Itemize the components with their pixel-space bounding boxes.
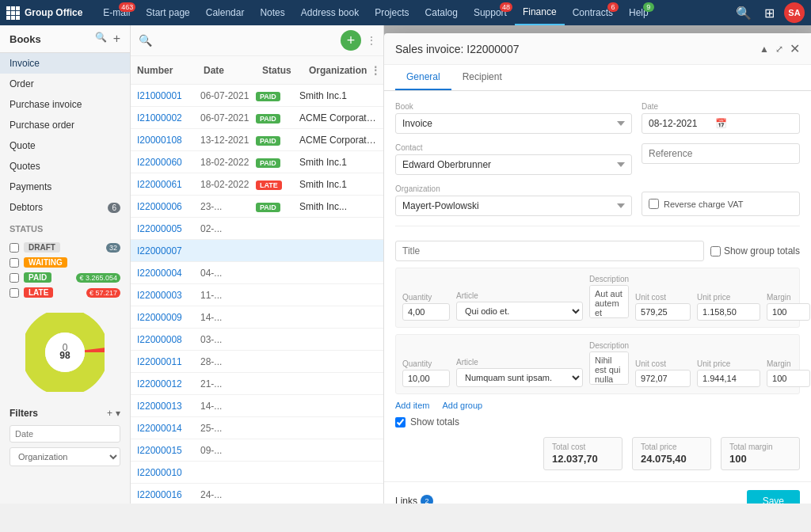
li1-ucost-input[interactable] xyxy=(635,303,691,321)
li2-qty-input[interactable] xyxy=(402,370,450,387)
status-paid-checkbox[interactable] xyxy=(10,273,19,283)
sidebar-item-quote[interactable]: Quote xyxy=(0,135,130,156)
filter-add-icon[interactable]: + xyxy=(107,408,112,419)
grid-icon[interactable]: ⊞ xyxy=(761,2,778,24)
modal-overlay[interactable]: Sales invoice: I22000007 ▲ ⤢ ✕ General R… xyxy=(384,25,811,504)
sidebar-item-invoice[interactable]: Invoice xyxy=(0,53,130,74)
invoice-row[interactable]: I22000061 18-02-2022 LATE Smith Inc.1 xyxy=(131,173,383,196)
filter-menu-icon[interactable]: ▾ xyxy=(116,408,120,419)
nav-contracts[interactable]: Contracts 6 xyxy=(565,0,621,25)
app-logo[interactable]: Group Office xyxy=(6,6,82,20)
modal-minimize-icon[interactable]: ▲ xyxy=(760,44,769,55)
status-paid[interactable]: PAID € 3.265.054 xyxy=(10,270,120,285)
total-cost-value: 12.037,70 xyxy=(552,453,614,465)
nav-catalog[interactable]: Catalog xyxy=(417,0,466,25)
li2-article-select[interactable]: Numquam sunt ipsam. xyxy=(456,368,583,387)
books-search-icon[interactable]: 🔍 xyxy=(95,32,107,46)
line-item-1-row: Quantity Article Qui odio et. Descripti xyxy=(402,275,793,321)
nav-projects[interactable]: Projects xyxy=(367,0,417,25)
tab-recipient[interactable]: Recipient xyxy=(451,65,513,90)
invoice-row[interactable]: I22000006 23-... PAID Smith Inc... xyxy=(131,196,383,218)
books-add-icon[interactable]: + xyxy=(113,32,120,46)
invoice-row[interactable]: I22000016 24-... xyxy=(131,484,383,504)
status-late-checkbox[interactable] xyxy=(10,288,19,298)
sidebar-item-purchase-order[interactable]: Purchase order xyxy=(0,115,130,135)
modal-close-icon[interactable]: ✕ xyxy=(790,41,800,56)
modal-expand-icon[interactable]: ⤢ xyxy=(775,44,783,55)
invoice-row[interactable]: I22000008 03-... xyxy=(131,329,383,351)
status-waiting[interactable]: WAITING xyxy=(10,255,120,270)
invoice-row[interactable]: I22000005 02-... xyxy=(131,218,383,240)
date-filter-input[interactable] xyxy=(10,425,120,443)
sidebar-item-order[interactable]: Order xyxy=(0,74,130,94)
invoice-row[interactable]: I22000015 09-... xyxy=(131,439,383,462)
row-number: I22000006 xyxy=(137,201,200,212)
show-group-totals-checkbox-label[interactable]: Show group totals xyxy=(710,245,800,256)
li2-ucost-input[interactable] xyxy=(635,370,691,387)
li1-qty-input[interactable] xyxy=(402,303,450,321)
nav-addressbook[interactable]: Address book xyxy=(293,0,367,25)
contact-select[interactable]: Edward Oberbrunner xyxy=(395,154,632,175)
nav-notes[interactable]: Notes xyxy=(252,0,292,25)
reference-input[interactable] xyxy=(642,143,800,164)
status-waiting-checkbox[interactable] xyxy=(10,258,19,268)
invoice-row[interactable]: I22000013 14-... xyxy=(131,395,383,417)
li1-uprice-input[interactable] xyxy=(697,303,760,321)
invoice-row[interactable]: I22000003 11-... xyxy=(131,284,383,306)
date-input[interactable] xyxy=(649,118,712,129)
add-invoice-button[interactable]: + xyxy=(341,30,361,51)
nav-support[interactable]: Support 48 xyxy=(466,0,515,25)
nav-email[interactable]: E-mail 463 xyxy=(95,0,138,25)
sidebar-item-quotes[interactable]: Quotes xyxy=(0,156,130,177)
status-late[interactable]: LATE € 57.217 xyxy=(10,285,120,300)
list-search-icon[interactable]: 🔍 xyxy=(137,32,154,48)
status-draft[interactable]: DRAFT 32 xyxy=(10,240,120,255)
org-select[interactable]: Mayert-Powlowski xyxy=(395,196,632,216)
invoice-row[interactable]: I20000108 13-12-2021 PAID ACME Corporati… xyxy=(131,129,383,151)
li2-uprice-input[interactable] xyxy=(697,370,760,387)
li2-margin-input[interactable] xyxy=(767,370,810,387)
li1-desc-textarea[interactable] xyxy=(589,285,629,318)
title-input[interactable] xyxy=(395,241,704,261)
invoice-row[interactable]: I21000001 06-07-2021 PAID Smith Inc.1 xyxy=(131,85,383,107)
li1-qty-group: Quantity xyxy=(402,293,450,321)
sidebar-item-purchase-invoice[interactable]: Purchase invoice xyxy=(0,94,130,115)
invoice-row[interactable]: I22000007 xyxy=(131,240,383,262)
invoice-row[interactable]: I22000009 14-... xyxy=(131,306,383,329)
invoice-row[interactable]: I22000060 18-02-2022 PAID Smith Inc.1 xyxy=(131,151,383,173)
reverse-vat-checkbox[interactable] xyxy=(649,199,659,209)
waiting-tag: WAITING xyxy=(24,257,67,268)
calendar-icon[interactable]: 📅 xyxy=(715,118,727,129)
nav-finance[interactable]: Finance xyxy=(515,0,565,25)
save-button[interactable]: Save xyxy=(747,490,800,504)
main-layout: Books 🔍 + Invoice Order Purchase invoice… xyxy=(0,25,811,504)
li1-article-select[interactable]: Qui odio et. xyxy=(456,302,583,321)
tab-general[interactable]: General xyxy=(395,65,451,90)
li2-desc-textarea[interactable] xyxy=(589,352,629,385)
col-header-menu[interactable]: ⋮ xyxy=(370,64,383,77)
invoice-row[interactable]: I22000004 04-... xyxy=(131,262,383,284)
nav-calendar[interactable]: Calendar xyxy=(198,0,253,25)
filter-title: Filters xyxy=(10,408,38,419)
invoice-row[interactable]: I22000012 21-... xyxy=(131,373,383,395)
show-group-totals-checkbox[interactable] xyxy=(710,246,721,256)
nav-startpage[interactable]: Start page xyxy=(138,0,197,25)
invoice-row[interactable]: I22000010 xyxy=(131,462,383,484)
book-select[interactable]: Invoice xyxy=(395,113,632,134)
user-avatar[interactable]: SA xyxy=(784,2,805,23)
sidebar-item-debtors[interactable]: Debtors 6 xyxy=(0,197,130,218)
invoice-row[interactable]: I22000014 25-... xyxy=(131,417,383,439)
status-draft-checkbox[interactable] xyxy=(10,243,19,253)
invoice-row[interactable]: I22000011 28-... xyxy=(131,351,383,373)
nav-help[interactable]: Help 9 xyxy=(621,0,657,25)
show-totals-checkbox[interactable] xyxy=(395,417,406,428)
add-group-link[interactable]: Add group xyxy=(442,401,482,410)
li1-margin-input[interactable] xyxy=(767,303,810,321)
invoice-row[interactable]: I21000002 06-07-2021 PAID ACME Corporati… xyxy=(131,107,383,129)
search-icon[interactable]: 🔍 xyxy=(733,2,755,24)
sidebar-item-payments[interactable]: Payments xyxy=(0,177,130,197)
add-item-link[interactable]: Add item xyxy=(395,401,429,410)
row-number: I22000014 xyxy=(137,423,200,434)
organization-filter-select[interactable]: Organization xyxy=(10,447,120,466)
list-menu-icon[interactable]: ⋮ xyxy=(366,34,377,47)
